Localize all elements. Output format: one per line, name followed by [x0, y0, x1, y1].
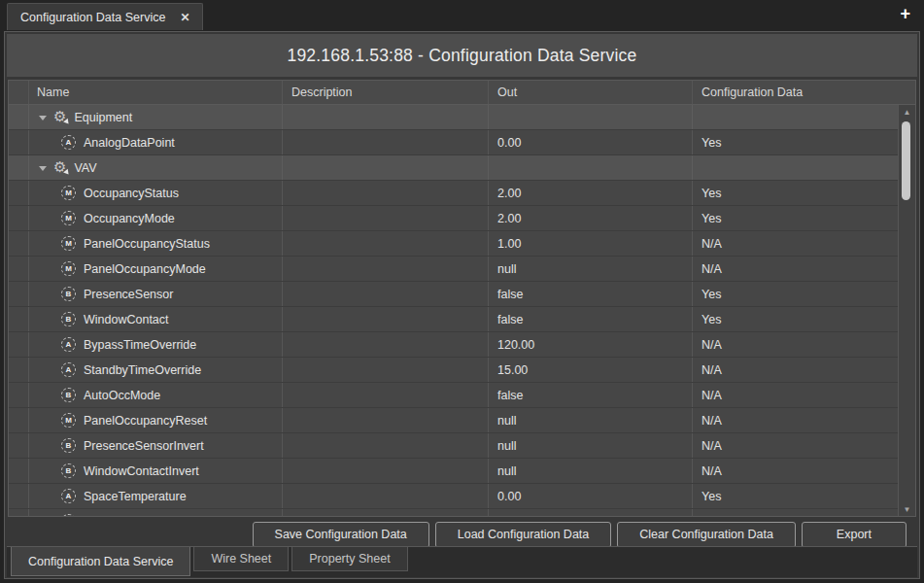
table-row-spacetemperature[interactable]: ⚙ A SpaceTemperature 0.00 Yes	[9, 484, 898, 509]
table-row-equipment[interactable]: ⚙ Equipment	[9, 105, 898, 130]
point-icon: A	[61, 135, 76, 150]
point-icon-letter: M	[65, 215, 72, 223]
table-row-paneloccupancymode[interactable]: ⚙ M PanelOccupancyMode null N/A	[9, 257, 898, 282]
column-header-out[interactable]: Out	[488, 81, 692, 104]
cell-name: ⚙ B WindowContactInvert	[28, 459, 282, 483]
point-icon-letter: B	[66, 392, 72, 399]
top-tab-bar: Configuration Data Service ✕ +	[0, 0, 924, 31]
cell-description	[282, 181, 488, 205]
cell-name: ⚙ M OccupancyMode	[28, 206, 282, 230]
cell-out: 15.00	[488, 358, 692, 382]
row-gutter	[9, 206, 28, 230]
row-label: PanelOccupancyMode	[84, 262, 206, 276]
cell-description	[282, 231, 488, 256]
table-row-bypasstimeoverride[interactable]: ⚙ A BypassTimeOverride 120.00 N/A	[9, 332, 898, 358]
table-row-windowcontactinvert[interactable]: ⚙ B WindowContactInvert null N/A	[9, 459, 898, 484]
column-header-description[interactable]: Description	[282, 81, 488, 104]
cell-out: false	[488, 383, 692, 407]
column-header-configuration-data[interactable]: Configuration Data	[692, 81, 915, 104]
close-icon[interactable]: ✕	[180, 12, 189, 23]
row-gutter	[9, 130, 28, 154]
cell-out: 2.00	[488, 181, 692, 205]
expander-icon[interactable]	[39, 166, 47, 171]
cell-description	[282, 332, 488, 357]
cell-name: ⚙ M PanelOccupancyReset	[28, 408, 282, 432]
scroll-down-button[interactable]: ▼	[899, 504, 915, 516]
cell-out: false	[488, 307, 692, 331]
table-row-occupancystatus[interactable]: ⚙ M OccupancyStatus 2.00 Yes	[9, 181, 898, 206]
bottom-tab-property-sheet[interactable]: Property Sheet	[291, 547, 407, 571]
cell-name: ⚙ B AutoOccMode	[28, 383, 282, 407]
row-label: AutoOccMode	[84, 389, 160, 402]
cell-configuration-data: N/A	[692, 433, 898, 458]
cell-description	[282, 206, 488, 230]
point-icon-letter: M	[65, 240, 72, 248]
point-icon: A	[61, 514, 76, 517]
table-row-windowcontact[interactable]: ⚙ B WindowContact false Yes	[9, 307, 898, 332]
bottom-tab-label: Wire Sheet	[211, 552, 271, 566]
cell-configuration-data: N/A	[692, 332, 898, 357]
scroll-thumb[interactable]	[902, 121, 910, 200]
column-header-name[interactable]: Name	[28, 81, 282, 104]
row-gutter	[9, 509, 28, 517]
cell-configuration-data: N/A	[692, 257, 898, 281]
table-row-presencesensor[interactable]: ⚙ B PresenceSensor false Yes	[9, 282, 898, 307]
table-row-analogdatapoint[interactable]: ⚙ A AnalogDataPoint 0.00 Yes	[9, 130, 898, 155]
cell-name: ⚙ B PresenceSensor	[28, 282, 282, 306]
cell-out	[488, 105, 692, 129]
cell-configuration-data: Yes	[692, 206, 898, 230]
row-label: OccupancyStatus	[84, 187, 179, 200]
bottom-tab-configuration-data-service[interactable]: Configuration Data Service	[11, 547, 190, 576]
button-label: Export	[837, 528, 872, 541]
table-row-occupancymode[interactable]: ⚙ M OccupancyMode 2.00 Yes	[9, 206, 898, 231]
point-icon: B	[61, 388, 76, 402]
load-configuration-data-button[interactable]: Load Configuration Data	[435, 522, 612, 548]
new-tab-button[interactable]: +	[900, 5, 910, 22]
bottom-tab-label: Configuration Data Service	[28, 555, 173, 568]
table-row-standbytimeoverride[interactable]: ⚙ A StandbyTimeOverride 15.00 N/A	[9, 358, 898, 383]
point-icon-letter: M	[65, 265, 72, 273]
cell-configuration-data: N/A	[692, 358, 898, 382]
cell-out: 120.00	[488, 332, 692, 357]
table-row-vav[interactable]: ⚙ VAV	[9, 155, 898, 181]
save-configuration-data-button[interactable]: Save Configuration Data	[253, 522, 429, 548]
cell-name: ⚙ M PanelOccupancyMode	[28, 257, 282, 281]
clear-configuration-data-button[interactable]: Clear Configuration Data	[617, 522, 796, 548]
table-row-nettemperature[interactable]: ⚙ A NetTemperature -327.00 N/A	[9, 509, 898, 517]
row-label: PanelOccupancyStatus	[84, 237, 210, 251]
header-gutter	[9, 81, 28, 104]
expander-icon[interactable]	[39, 116, 47, 120]
cell-configuration-data: Yes	[692, 484, 898, 508]
table-row-presencesensorinvert[interactable]: ⚙ B PresenceSensorInvert null N/A	[9, 433, 898, 459]
cell-configuration-data: N/A	[692, 408, 898, 432]
cell-name: ⚙ A StandbyTimeOverride	[28, 358, 282, 382]
table-row-autooccmode[interactable]: ⚙ B AutoOccMode false N/A	[9, 383, 898, 408]
cell-name: ⚙ A AnalogDataPoint	[28, 130, 282, 154]
table-row-paneloccupancyreset[interactable]: ⚙ M PanelOccupancyReset null N/A	[9, 408, 898, 433]
point-icon: B	[61, 287, 76, 301]
point-icon: M	[61, 236, 76, 251]
tab-configuration-data-service[interactable]: Configuration Data Service ✕	[7, 3, 203, 30]
row-label: Equipment	[74, 111, 132, 124]
export-button[interactable]: Export	[802, 522, 907, 548]
vertical-scrollbar[interactable]: ▲ ▼	[898, 105, 915, 517]
cell-out: null	[488, 433, 692, 458]
table-row-paneloccupancystatus[interactable]: ⚙ M PanelOccupancyStatus 1.00 N/A	[9, 231, 898, 257]
cell-description	[282, 433, 488, 458]
point-icon: M	[61, 261, 76, 276]
point-icon-letter: B	[66, 316, 72, 324]
scroll-up-button[interactable]: ▲	[899, 107, 915, 119]
point-icon-letter: B	[66, 291, 72, 298]
cell-configuration-data	[692, 105, 898, 129]
row-gutter	[9, 408, 28, 432]
row-label: PresenceSensorInvert	[84, 439, 204, 453]
cell-name: ⚙ A NetTemperature	[28, 509, 282, 517]
cell-name: ⚙ A BypassTimeOverride	[28, 332, 282, 357]
bottom-tab-wire-sheet[interactable]: Wire Sheet	[193, 547, 289, 571]
cell-description	[282, 130, 488, 154]
row-gutter	[9, 155, 28, 180]
cell-name: ⚙ M OccupancyStatus	[28, 181, 282, 205]
cell-description	[282, 155, 488, 180]
cell-description	[282, 105, 488, 129]
point-icon-letter: M	[65, 417, 72, 425]
